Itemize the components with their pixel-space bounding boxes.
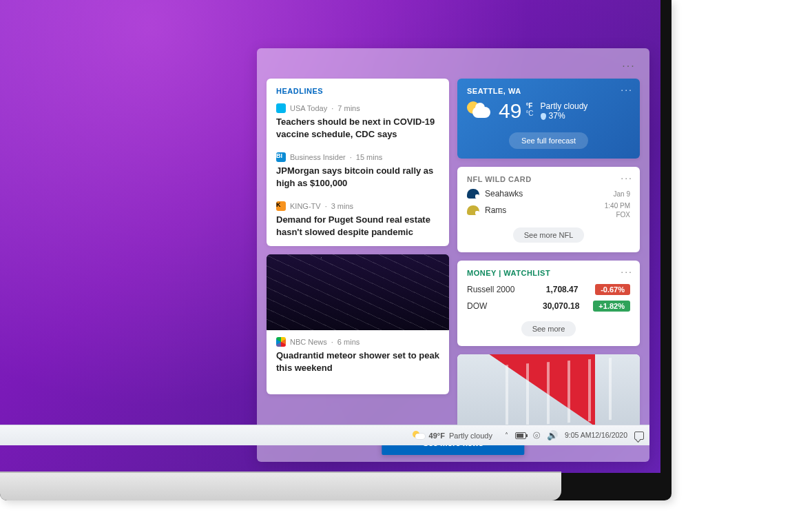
weather-card[interactable]: ··· SEATTLE, WA 49 °F°C Partly cloudy 37…	[457, 79, 640, 159]
publisher-icon: BI	[276, 152, 286, 162]
ticker-change: -0.67%	[595, 284, 630, 295]
publisher: USA Today	[290, 104, 327, 112]
headline-text: Teachers should be next in COVID-19 vacc…	[276, 116, 439, 140]
rams-icon	[467, 205, 479, 215]
taskbar: 49°F Partly cloudy ˄ ⦾ 🔊 9:05 AM 12/16/2…	[0, 425, 649, 445]
tray-expand-icon[interactable]: ˄	[505, 432, 508, 439]
headlines-title: HEADLINES	[267, 79, 449, 99]
volume-icon[interactable]: 🔊	[547, 430, 558, 440]
taskbar-weather[interactable]: 49°F Partly cloudy	[406, 429, 499, 442]
laptop-screen: ··· HEADLINES USA Today · 7 mins	[0, 0, 672, 500]
card-menu-icon[interactable]: ···	[621, 84, 633, 95]
age: 15 mins	[356, 153, 383, 161]
money-title: MONEY | WATCHLIST	[457, 261, 640, 281]
publisher: NBC News	[290, 338, 327, 346]
headline-text: Demand for Puget Sound real estate hasn'…	[276, 214, 439, 238]
partly-cloudy-icon	[413, 431, 425, 440]
publisher-icon	[276, 103, 286, 113]
sports-title: NFL WILD CARD	[457, 167, 640, 187]
system-tray: ˄ ⦾ 🔊 9:05 AM 12/16/2020	[505, 430, 644, 441]
team-name: Seahawks	[485, 189, 523, 199]
headline-item[interactable]: BI Business Insider · 15 mins JPMorgan s…	[267, 148, 449, 197]
wifi-icon[interactable]: ⦾	[533, 430, 540, 441]
money-card[interactable]: ··· MONEY | WATCHLIST Russell 2000 1,708…	[457, 261, 640, 346]
sports-card[interactable]: ··· NFL WILD CARD Seahawks Jan 9 Rams	[457, 167, 640, 252]
desktop-wallpaper: ··· HEADLINES USA Today · 7 mins	[0, 0, 660, 473]
weather-location: SEATTLE, WA	[457, 79, 640, 99]
ticker-name: Russell 2000	[467, 285, 529, 294]
precip: 37%	[549, 111, 565, 121]
see-forecast-button[interactable]: See full forecast	[509, 132, 588, 149]
panel-menu-icon[interactable]: ···	[622, 59, 636, 73]
battery-icon[interactable]	[515, 432, 526, 439]
temperature: 49	[499, 99, 521, 123]
headlines-card: HEADLINES USA Today · 7 mins Teachers sh…	[267, 79, 449, 246]
headline-item[interactable]: K KING-TV · 3 mins Demand for Puget Soun…	[267, 197, 449, 246]
seahawks-icon	[467, 189, 479, 199]
card-menu-icon[interactable]: ···	[621, 172, 633, 183]
game-time: 1:40 PM	[605, 201, 630, 210]
game-channel: FOX	[605, 210, 630, 219]
publisher-icon: K	[276, 201, 286, 211]
ticker-value: 30,070.18	[543, 301, 579, 311]
taskbar-condition: Partly cloudy	[449, 432, 492, 440]
age: 7 mins	[337, 104, 360, 112]
widgets-panel: ··· HEADLINES USA Today · 7 mins	[257, 48, 649, 462]
meteor-shower-image	[267, 254, 449, 330]
taskbar-temp: 49°F	[429, 432, 445, 440]
game-date: Jan 9	[614, 190, 630, 199]
ticker-change: +1.82%	[593, 301, 630, 312]
card-menu-icon[interactable]: ···	[621, 266, 633, 277]
clock[interactable]: 9:05 AM 12/16/2020	[565, 432, 627, 440]
ticker-name: DOW	[467, 301, 529, 311]
clock-date: 12/16/2020	[591, 432, 627, 440]
see-more-nfl-button[interactable]: See more NFL	[513, 227, 585, 243]
see-more-money-button[interactable]: See more	[521, 321, 576, 336]
clock-time: 9:05 AM	[565, 432, 592, 440]
unit-c[interactable]: °C	[525, 110, 533, 117]
publisher: Business Insider	[290, 153, 346, 161]
photo-story-card[interactable]: NBC News · 6 mins Quadrantid meteor show…	[267, 254, 449, 394]
age: 6 mins	[337, 338, 360, 346]
action-center-icon[interactable]	[634, 432, 644, 440]
age: 3 mins	[331, 202, 353, 210]
publisher: KING-TV	[290, 202, 321, 210]
ticker-value: 1,708.47	[546, 285, 579, 294]
publisher-icon	[276, 337, 286, 347]
headline-text: Quadrantid meteor shower set to peak thi…	[276, 349, 439, 374]
partly-cloudy-icon	[467, 101, 492, 121]
refresh-icon[interactable]	[598, 59, 612, 73]
condition: Partly cloudy	[541, 101, 588, 111]
unit-f[interactable]: °F	[525, 102, 532, 110]
team-name: Rams	[485, 205, 506, 215]
raindrop-icon	[541, 113, 546, 120]
headline-item[interactable]: USA Today · 7 mins Teachers should be ne…	[267, 99, 449, 148]
headline-text: JPMorgan says bitcoin could rally as hig…	[276, 165, 439, 189]
laptop-base	[0, 472, 561, 500]
